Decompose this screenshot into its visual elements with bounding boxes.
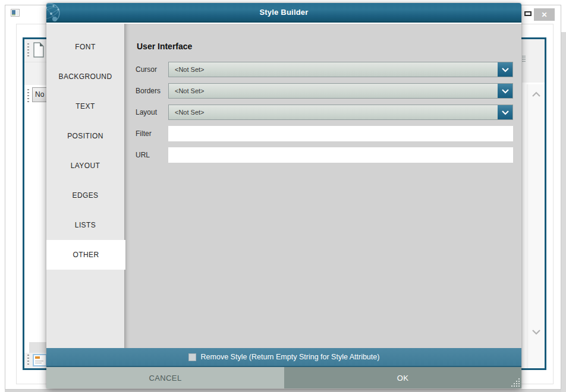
dialog-title: Style Builder (46, 3, 521, 21)
editor-scrollbar[interactable] (527, 84, 545, 368)
tab-other[interactable]: OTHER (46, 240, 125, 270)
remove-style-checkbox[interactable] (188, 353, 196, 361)
scroll-down-icon[interactable] (532, 329, 541, 335)
screen: ✕ No (0, 0, 566, 392)
tab-label: OTHER (73, 251, 99, 259)
style-builder-dialog: Style Builder FONT BACKGROUND TEXT POSIT… (46, 3, 521, 388)
close-button[interactable]: ✕ (534, 8, 555, 21)
tab-label: LAYOUT (71, 162, 100, 170)
tab-lists[interactable]: LISTS (46, 210, 124, 240)
dropdown-value: <Not Set> (169, 87, 205, 94)
app-window-icon (11, 9, 20, 17)
tab-label: TEXT (76, 102, 95, 110)
tab-text[interactable]: TEXT (46, 91, 124, 121)
desktop-background (5, 390, 561, 392)
dialog-content: User Interface Cursor <Not Set> Borders … (124, 24, 521, 351)
field-label: Cursor (136, 65, 168, 74)
chevron-down-icon[interactable] (498, 84, 512, 98)
paragraph-style-combobox[interactable]: No (32, 87, 48, 102)
field-row-url: URL (136, 147, 513, 163)
url-input[interactable] (168, 147, 513, 163)
toolbar-fragment (24, 39, 47, 62)
toolbar-fragment (522, 39, 545, 83)
new-document-icon[interactable] (33, 42, 45, 58)
chevron-down-icon[interactable] (498, 62, 512, 77)
tab-label: EDGES (72, 191, 98, 200)
tab-font[interactable]: FONT (46, 32, 124, 62)
section-title: User Interface (137, 42, 192, 51)
tab-edges[interactable]: EDGES (46, 181, 124, 210)
ok-button-label: OK (397, 374, 409, 382)
dropdown-value: <Not Set> (169, 66, 205, 73)
cancel-button-label: CANCEL (149, 374, 181, 382)
maximize-icon[interactable] (524, 11, 532, 16)
layout-dropdown[interactable]: <Not Set> (168, 105, 513, 120)
toolbar-fragment (24, 353, 47, 368)
close-icon: ✕ (541, 11, 547, 19)
borders-dropdown[interactable]: <Not Set> (168, 83, 513, 99)
cancel-button[interactable]: CANCEL (46, 367, 284, 388)
resize-grip-icon[interactable] (511, 378, 520, 387)
toolbar-fragment: No (24, 62, 47, 85)
remove-style-bar: Remove Style (Return Empty String for St… (46, 348, 521, 367)
field-row-cursor: Cursor <Not Set> (136, 62, 513, 77)
chevron-down-icon[interactable] (498, 105, 512, 119)
remove-style-label: Remove Style (Return Empty String for St… (201, 353, 380, 361)
field-label: Layout (136, 108, 168, 116)
desktop-background (561, 32, 566, 392)
filter-input[interactable] (168, 126, 513, 141)
tab-label: BACKGROUND (58, 72, 112, 81)
tab-label: LISTS (75, 221, 96, 229)
dialog-titlebar[interactable]: Style Builder (46, 3, 521, 23)
tab-position[interactable]: POSITION (46, 121, 124, 151)
field-label: Filter (136, 129, 168, 138)
field-label: URL (136, 151, 168, 159)
dropdown-value: <Not Set> (169, 109, 205, 116)
drag-grip-icon[interactable] (27, 355, 29, 366)
field-row-borders: Borders <Not Set> (136, 83, 513, 99)
ok-button[interactable]: OK (284, 367, 521, 388)
tab-label: FONT (75, 43, 95, 51)
drag-grip-icon[interactable] (27, 89, 29, 103)
field-row-filter: Filter (136, 126, 513, 141)
dialog-footer: CANCEL OK (46, 367, 521, 388)
field-row-layout: Layout <Not Set> (136, 105, 513, 120)
design-view-icon[interactable] (33, 354, 47, 366)
drag-grip-icon[interactable] (27, 43, 29, 58)
scroll-up-icon[interactable] (532, 91, 541, 97)
tab-label: POSITION (67, 132, 103, 140)
category-sidebar: FONT BACKGROUND TEXT POSITION LAYOUT EDG… (46, 24, 124, 351)
field-label: Borders (136, 87, 168, 95)
toolbar-icon-fragment (522, 56, 526, 62)
tab-layout[interactable]: LAYOUT (46, 151, 124, 181)
tab-background[interactable]: BACKGROUND (46, 62, 124, 91)
cursor-dropdown[interactable]: <Not Set> (168, 62, 513, 77)
status-area-fragment (29, 342, 48, 353)
paragraph-style-value: No (35, 90, 44, 99)
